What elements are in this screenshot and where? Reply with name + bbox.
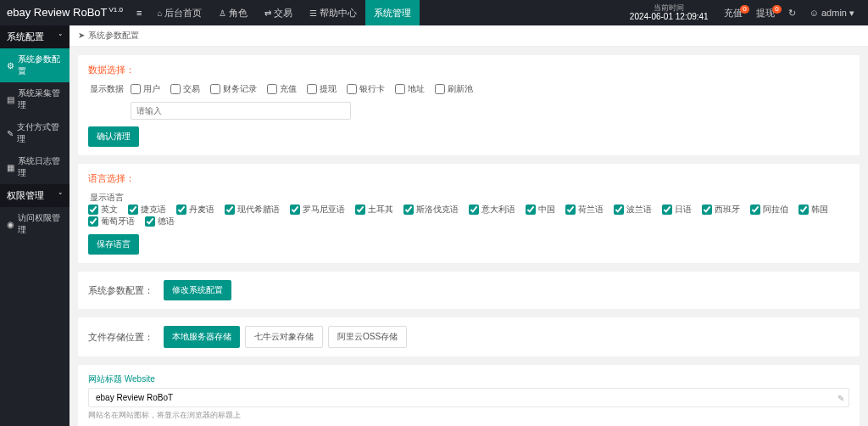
save-lang-button[interactable]: 保存语言 [88,234,139,255]
sys-param-label: 系统参数配置： [88,284,153,297]
side-item-0-3[interactable]: ▦系统日志管理 [0,150,70,184]
topnav-4[interactable]: 系统管理 [365,0,420,25]
topright-0[interactable]: 充值0 [717,7,749,20]
data-row-label: 显示数据 [88,83,131,95]
side-group-1[interactable]: 权限管理˅ [0,184,70,207]
lang-opt-13[interactable]: 阿拉伯 [750,204,788,216]
lang-opt-8[interactable]: 中国 [526,204,555,216]
data-opt-0[interactable]: 用户 [131,83,160,95]
breadcrumb: ➤系统参数配置 [70,25,868,47]
file-tab-0[interactable]: 本地服务器存储 [164,326,240,348]
lang-opt-11[interactable]: 日语 [662,204,692,216]
topnav-2[interactable]: ⇄交易 [256,0,301,25]
lang-select-title: 语言选择： [88,172,849,185]
lang-opt-0[interactable]: 英文 [88,204,118,216]
side-item-0-2[interactable]: ✎支付方式管理 [0,116,70,150]
file-tab-1[interactable]: 七牛云对象存储 [245,326,323,348]
data-opt-7[interactable]: 刷新池 [435,83,473,95]
side-item-0-0[interactable]: ⚙系统参数配置 [0,48,70,82]
data-select-title: 数据选择： [88,64,849,76]
lang-opt-10[interactable]: 波兰语 [614,204,652,216]
lang-opt-3[interactable]: 现代希腊语 [225,204,280,216]
lang-opt-12[interactable]: 西班牙 [702,204,740,216]
confirm-clear-button[interactable]: 确认清理 [88,126,139,147]
lang-opt-9[interactable]: 荷兰语 [565,204,604,216]
lang-opt-4[interactable]: 罗马尼亚语 [290,204,345,216]
data-filter-input[interactable] [131,102,351,120]
data-opt-2[interactable]: 财务记录 [210,83,257,95]
file-tab-2[interactable]: 阿里云OSS存储 [328,326,407,348]
topright-2[interactable]: ↻ [782,8,803,19]
side-item-1-0[interactable]: ◉访问权限管理 [0,207,70,241]
topnav-1[interactable]: ♙角色 [210,0,256,25]
server-time: 当前时间 2024-06-01 12:09:41 [621,3,717,23]
modify-sys-config-button[interactable]: 修改系统配置 [164,280,231,300]
lang-opt-14[interactable]: 韩国 [798,204,828,216]
lang-opt-2[interactable]: 丹麦语 [176,204,214,216]
data-opt-1[interactable]: 交易 [170,83,200,95]
brand: ebay Review RoBoTV1.0 [7,6,130,19]
topright-1[interactable]: 提现0 [749,7,782,20]
data-opt-5[interactable]: 银行卡 [347,83,385,95]
data-opt-4[interactable]: 提现 [307,83,337,95]
side-item-0-1[interactable]: ▤系统采集管理 [0,82,70,116]
file-store-label: 文件存储位置： [88,331,153,344]
lang-opt-16[interactable]: 德语 [145,216,175,227]
field-label-0: 网站标题 Website [88,373,849,385]
lang-opt-1[interactable]: 捷克语 [128,204,166,216]
field-hint-0: 网站名在网站图标，将显示在浏览器的标题上 [88,410,849,421]
edit-icon[interactable]: ✎ [837,393,844,402]
lang-opt-15[interactable]: 葡萄牙语 [88,216,135,227]
lang-row-label: 显示语言 [88,192,131,204]
data-opt-3[interactable]: 充值 [267,83,297,95]
side-group-0[interactable]: 系统配置˅ [0,25,70,48]
field-input-0[interactable] [88,388,849,407]
hamburger-icon[interactable]: ≡ [130,8,148,18]
lang-opt-5[interactable]: 土耳其 [355,204,393,216]
topnav-3[interactable]: ☰帮助中心 [301,0,365,25]
lang-opt-7[interactable]: 意大利语 [469,204,515,216]
topright-3[interactable]: ☺ admin ▾ [803,8,861,19]
data-opt-6[interactable]: 地址 [395,83,425,95]
lang-opt-6[interactable]: 斯洛伐克语 [403,204,459,216]
topnav-0[interactable]: ⌂后台首页 [148,0,210,25]
